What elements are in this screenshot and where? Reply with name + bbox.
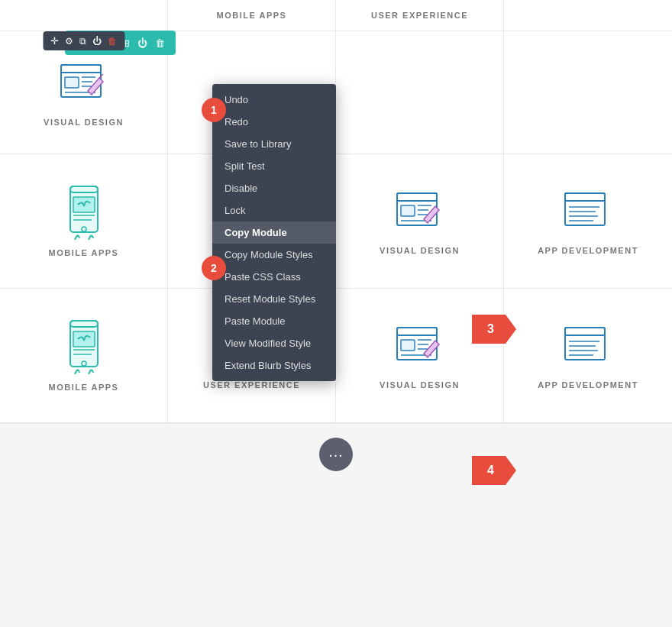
- visual-design-label-row3: VISUAL DESIGN: [380, 246, 460, 255]
- cell-visual-design-row4[interactable]: VISUAL DESIGN: [336, 289, 504, 422]
- module-toolbar: ✛ ⚙ ⧉ ⏻ 🗑: [43, 31, 124, 50]
- user-exp-label-row4: USER EXPERIENCE: [203, 380, 300, 389]
- row2: ✛ ⚙ ⧉ ⏻ 🗑 VISUAL DESIGN: [0, 31, 672, 154]
- dots-icon: ···: [328, 447, 344, 462]
- visual-design-label-top: VISUAL DESIGN: [44, 118, 124, 127]
- top-labels-row: MOBILE APPS USER EXPERIENCE: [0, 0, 672, 31]
- visual-design-icon-row4: [393, 322, 447, 371]
- step-badge-1: 1: [202, 98, 226, 122]
- teal-power-icon[interactable]: ⏻: [137, 37, 147, 49]
- toolbar-move-icon[interactable]: ✛: [50, 35, 59, 47]
- menu-item-reset-styles[interactable]: Reset Module Styles: [212, 288, 336, 310]
- cell-app-dev-row4[interactable]: APP DEVELOPMENT: [504, 289, 672, 422]
- cell-empty-row2-3: [336, 31, 504, 154]
- mobile-apps-icon-row4: [61, 319, 107, 377]
- top-label-empty2: [504, 0, 672, 31]
- svg-rect-52: [565, 328, 605, 335]
- menu-item-undo[interactable]: Undo: [212, 89, 336, 111]
- cell-app-dev-row3[interactable]: APP DEVELOPMENT: [504, 154, 672, 288]
- app-dev-label-row3: APP DEVELOPMENT: [538, 246, 638, 255]
- visual-design-icon-row3: [393, 187, 447, 237]
- svg-text:3: 3: [487, 322, 494, 335]
- menu-item-split-test[interactable]: Split Test: [212, 155, 336, 177]
- svg-marker-57: [472, 456, 516, 485]
- menu-item-save-library[interactable]: Save to Library: [212, 133, 336, 155]
- mobile-apps-label-row4: MOBILE APPS: [49, 383, 119, 392]
- top-label-mobile: MOBILE APPS: [168, 0, 336, 31]
- svg-rect-16: [401, 205, 415, 216]
- mobile-apps-label-row3: MOBILE APPS: [49, 248, 119, 257]
- arrow-badge-3: 3: [472, 315, 516, 344]
- menu-item-lock[interactable]: Lock: [212, 199, 336, 221]
- row3: MOBILE APPS VISUAL DESIGN: [0, 154, 672, 289]
- menu-item-redo[interactable]: Redo: [212, 111, 336, 133]
- context-menu: Undo Redo Save to Library Split Test Dis…: [212, 84, 336, 381]
- row4: MOBILE APPS USER EXPERIENCE: [0, 289, 672, 423]
- toolbar-gear-icon[interactable]: ⚙: [65, 36, 73, 47]
- svg-rect-2: [65, 77, 79, 88]
- visual-design-icon-top: [57, 59, 111, 108]
- visual-design-label-row4: VISUAL DESIGN: [380, 380, 460, 389]
- menu-item-extend-blurb[interactable]: Extend Blurb Styles: [212, 354, 336, 377]
- toolbar-power-icon[interactable]: ⏻: [92, 36, 102, 47]
- svg-rect-22: [565, 193, 605, 201]
- svg-rect-45: [397, 328, 437, 335]
- teal-trash-icon[interactable]: 🗑: [155, 37, 165, 49]
- svg-text:4: 4: [487, 464, 494, 477]
- toolbar-trash-icon[interactable]: 🗑: [108, 36, 117, 47]
- svg-marker-27: [472, 315, 516, 344]
- app-dev-icon-row4: [561, 322, 615, 371]
- app-dev-label-row4: APP DEVELOPMENT: [538, 380, 638, 389]
- top-label-ux: USER EXPERIENCE: [336, 0, 504, 31]
- menu-item-copy-styles[interactable]: Copy Module Styles: [212, 244, 336, 266]
- top-label-empty1: [0, 0, 168, 31]
- bottom-bar: ···: [0, 423, 672, 484]
- svg-rect-46: [401, 340, 415, 351]
- cell-visual-design-row3[interactable]: VISUAL DESIGN: [336, 154, 504, 288]
- menu-item-disable[interactable]: Disable: [212, 177, 336, 199]
- cell-empty-row2-4: [504, 31, 672, 154]
- svg-rect-15: [397, 193, 437, 201]
- cell-mobile-apps-row4[interactable]: MOBILE APPS: [0, 289, 168, 422]
- step-badge-2: 2: [202, 256, 226, 280]
- cell-mobile-apps-row3[interactable]: MOBILE APPS: [0, 154, 168, 288]
- toolbar-copy-icon[interactable]: ⧉: [79, 36, 86, 47]
- app-dev-icon-row3: [561, 187, 615, 237]
- svg-rect-1: [61, 65, 101, 73]
- menu-item-paste-css[interactable]: Paste CSS Class: [212, 266, 336, 288]
- dots-button[interactable]: ···: [319, 438, 353, 471]
- menu-item-paste-module[interactable]: Paste Module: [212, 310, 336, 332]
- mobile-apps-icon-row3: [61, 185, 107, 242]
- arrow-badge-4: 4: [472, 456, 516, 485]
- menu-item-copy-module[interactable]: Copy Module: [212, 221, 336, 244]
- menu-item-view-modified[interactable]: View Modified Style: [212, 332, 336, 354]
